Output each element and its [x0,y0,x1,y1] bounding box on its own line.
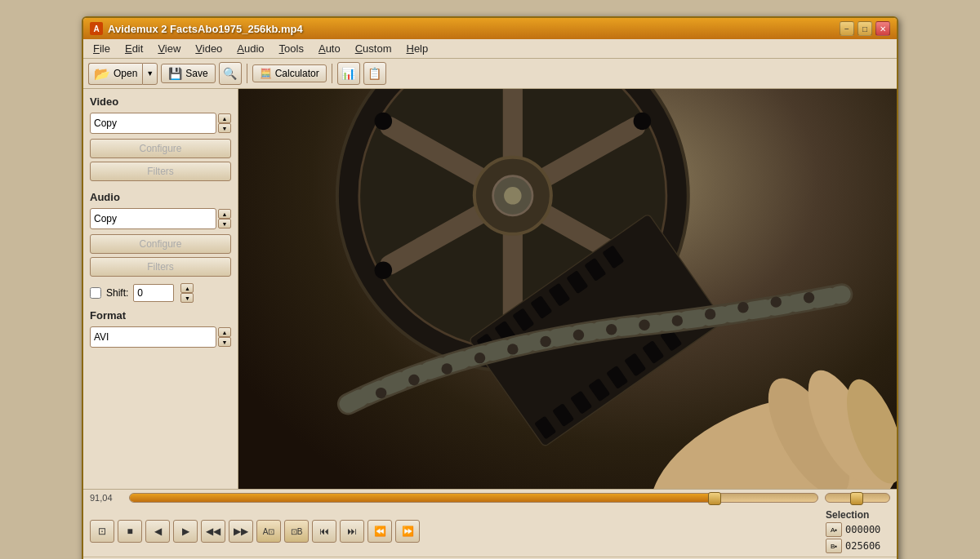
selection-b-label: B▪ [831,543,837,550]
menu-custom[interactable]: Custom [349,41,399,56]
shift-checkbox[interactable] [90,287,101,299]
svg-point-11 [504,187,521,204]
magnify-icon: 🔍 [223,67,237,80]
svg-point-44 [540,336,550,347]
selection-title: Selection [826,509,869,521]
next-keyframe-icon: ⏩ [402,526,414,537]
mini-track[interactable] [825,493,890,503]
svg-point-43 [507,344,518,354]
menu-file[interactable]: File [87,41,117,56]
progress-thumb[interactable] [708,492,721,505]
prev-frame-icon: ◀ [154,526,162,537]
video-codec-select[interactable]: Copy [90,113,216,134]
minimize-button[interactable]: − [840,21,854,36]
audio-codec-select[interactable]: Copy [90,208,216,229]
shift-label: Shift: [106,287,128,299]
window-title: Avidemux 2 FactsAbo1975_256kb.mp4 [108,23,303,35]
selection-b-icon: B▪ [826,539,842,553]
shift-arrows: ▲ ▼ [180,283,194,303]
progress-right [825,493,890,503]
open-button[interactable]: 📂 Open [88,63,142,85]
save-button[interactable]: 💾 Save [161,64,215,83]
svg-point-50 [737,302,748,313]
toolbar: 📂 Open ▼ 💾 Save 🔍 🧮 Calculator 📊 📋 [83,59,897,89]
audio-section-label: Audio [90,191,231,203]
app-icon: A [90,22,103,35]
menu-video[interactable]: Video [189,41,229,56]
svg-point-52 [804,292,814,303]
save-icon: 💾 [168,67,182,80]
fast-forward-button[interactable]: ▶▶ [229,520,253,543]
video-codec-down[interactable]: ▼ [218,123,231,133]
selection-a-icon: A▪ [826,522,842,537]
stop-button[interactable]: ■ [118,520,142,543]
format-select[interactable]: AVI [90,326,216,348]
audio-codec-down[interactable]: ▼ [218,219,231,228]
prev-keyframe-icon: ⏪ [374,526,386,537]
mark-a-button[interactable]: A⊡ [256,520,281,543]
maximize-button[interactable]: □ [858,21,872,36]
audio-codec-value: Copy [94,213,117,224]
menu-audio[interactable]: Audio [230,41,270,56]
video-configure-button[interactable]: Configure [90,139,231,158]
prev-frame-button[interactable]: ◀ [145,520,170,543]
title-bar-left: A Avidemux 2 FactsAbo1975_256kb.mp4 [90,22,303,35]
video-preview [238,89,897,489]
mini-thumb[interactable] [850,492,863,505]
audio-configure-button[interactable]: Configure [90,234,231,254]
svg-point-16 [375,261,392,278]
go-end-button[interactable]: ⏭ [340,520,364,543]
svg-point-46 [606,324,617,335]
progress-row: 91,04 [83,490,897,506]
shift-down[interactable]: ▼ [180,293,194,303]
prev-keyframe-button[interactable]: ⏪ [368,520,392,543]
toolbar-separator-2 [332,64,332,83]
svg-point-51 [771,296,782,307]
format-down[interactable]: ▼ [218,337,231,347]
video-codec-up[interactable]: ▲ [218,113,231,123]
audio-codec-up[interactable]: ▲ [218,209,231,219]
go-start-button[interactable]: ⏮ [312,520,336,543]
calculator-label: Calculator [275,68,319,79]
svg-point-41 [442,363,452,374]
copy-tool-button[interactable]: 📋 [363,62,386,85]
present-button[interactable]: 📊 [337,62,360,85]
folder-icon: 📂 [94,66,110,82]
progress-track[interactable] [129,493,818,503]
shift-input[interactable] [133,284,174,302]
left-panel: Video Copy ▲ ▼ Configure Filters Audio C… [83,89,238,489]
open-label: Open [114,68,137,79]
fast-forward-icon: ▶▶ [234,526,248,537]
magnify-button[interactable]: 🔍 [219,62,242,85]
menu-help[interactable]: Help [400,41,435,56]
video-codec-arrows: ▲ ▼ [218,113,231,133]
menu-edit[interactable]: Edit [118,41,149,56]
calculator-icon: 🧮 [260,68,272,79]
video-section-label: Video [90,95,231,108]
format-value: AVI [94,331,109,343]
open-button-group: 📂 Open ▼ [88,63,158,85]
mark-b-button[interactable]: ⊡B [284,520,309,543]
rewind-button[interactable]: ◀◀ [201,520,225,543]
menu-view[interactable]: View [151,41,187,56]
shift-up[interactable]: ▲ [180,283,194,293]
format-up[interactable]: ▲ [218,327,231,337]
next-frame-button[interactable]: ▶ [173,520,198,543]
menu-tools[interactable]: Tools [273,41,310,56]
video-codec-row: Copy ▲ ▼ [90,113,231,134]
content-area: Video Copy ▲ ▼ Configure Filters Audio C… [83,89,897,489]
progress-fill [130,494,715,502]
next-keyframe-button[interactable]: ⏩ [395,520,420,543]
video-filters-button[interactable]: Filters [90,162,231,181]
menu-auto[interactable]: Auto [312,41,347,56]
selection-a-label: A▪ [831,526,837,534]
stop-icon: ■ [127,526,132,537]
audio-filters-button[interactable]: Filters [90,257,231,277]
svg-point-39 [376,388,386,398]
format-arrows: ▲ ▼ [218,327,231,347]
calculator-button[interactable]: 🧮 Calculator [252,64,327,82]
split-frame-button[interactable]: ⊡ [90,520,114,543]
open-dropdown-arrow[interactable]: ▼ [142,63,158,85]
close-button[interactable]: ✕ [875,21,890,36]
format-row: AVI ▲ ▼ [90,326,231,348]
